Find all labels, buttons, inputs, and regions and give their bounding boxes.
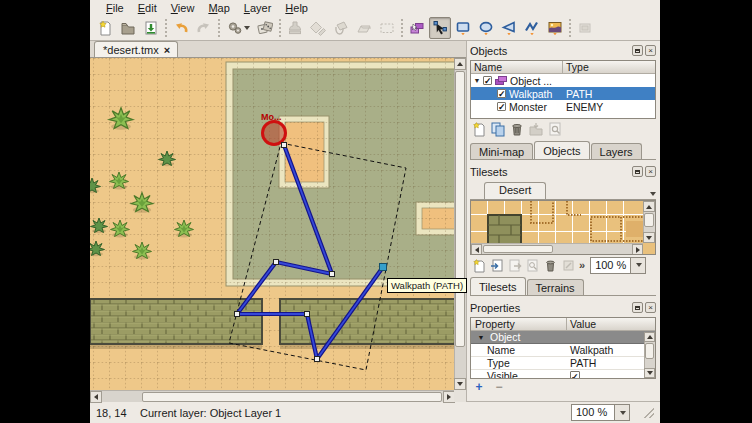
menu-help[interactable]: Help <box>279 1 314 15</box>
visible-checkbox[interactable]: ✓ <box>570 371 580 379</box>
menu-file[interactable]: File <box>100 1 130 15</box>
scroll-up-button[interactable] <box>454 58 466 70</box>
undo-icon[interactable] <box>170 17 192 39</box>
column-name[interactable]: Name <box>471 61 563 73</box>
scroll-up-button[interactable] <box>643 201 655 212</box>
select-objects-icon[interactable] <box>406 17 428 39</box>
rectangular-select-icon[interactable] <box>376 17 398 39</box>
tileset-vscrollbar[interactable] <box>643 201 655 243</box>
tab-tilesets[interactable]: Tilesets <box>470 277 526 295</box>
scroll-down-button[interactable] <box>643 232 655 243</box>
remove-tileset-icon[interactable] <box>543 258 558 273</box>
tileset-properties-icon[interactable] <box>525 258 540 273</box>
remove-property-button[interactable]: − <box>491 381 507 394</box>
tileset-list-dropdown-icon[interactable] <box>650 192 656 196</box>
properties-header[interactable]: Property Value <box>471 318 655 331</box>
add-property-button[interactable]: + <box>471 381 487 394</box>
panel-float-icon[interactable] <box>632 166 643 177</box>
properties-vscrollbar[interactable] <box>644 332 655 378</box>
tab-close-icon[interactable]: × <box>164 44 170 56</box>
visibility-checkbox[interactable]: ✓ <box>497 89 506 98</box>
add-object-layer-icon[interactable] <box>471 121 487 137</box>
eraser-icon[interactable] <box>353 17 375 39</box>
menu-edit[interactable]: Edit <box>132 1 163 15</box>
scroll-left-button[interactable] <box>471 244 482 255</box>
insert-tile-object-icon[interactable] <box>544 17 566 39</box>
property-group-object[interactable]: ▼ Object <box>471 331 655 344</box>
new-file-icon[interactable] <box>94 17 116 39</box>
panel-float-icon[interactable] <box>632 302 643 313</box>
map-zoom-dropdown[interactable] <box>615 404 630 421</box>
expander-icon[interactable]: ▼ <box>471 77 483 84</box>
scroll-left-button[interactable] <box>90 391 102 403</box>
property-row-visible[interactable]: Visible ✓ <box>471 370 655 379</box>
map-zoom-combo[interactable]: 100 % <box>571 404 630 421</box>
insert-polyline-icon[interactable] <box>521 17 543 39</box>
property-value[interactable]: PATH <box>567 357 655 369</box>
scroll-right-button[interactable] <box>632 244 643 255</box>
walkpath-row[interactable]: ✓ Walkpath PATH <box>471 87 655 100</box>
menu-layer[interactable]: Layer <box>238 1 278 15</box>
map-hscrollbar[interactable] <box>90 390 455 402</box>
property-value[interactable]: Walkpath <box>567 344 655 356</box>
visibility-checkbox[interactable]: ✓ <box>497 102 506 111</box>
insert-rectangle-icon[interactable] <box>452 17 474 39</box>
tab-layers[interactable]: Layers <box>591 143 642 159</box>
tab-terrains[interactable]: Terrains <box>527 279 584 295</box>
tab-desert-tmx[interactable]: *desert.tmx × <box>94 41 178 57</box>
map-canvas[interactable]: Mo... <box>90 58 455 390</box>
export-tileset-icon[interactable] <box>507 258 522 273</box>
scroll-down-button[interactable] <box>644 368 655 378</box>
tileset-zoom-combo[interactable]: 100 % <box>590 257 646 274</box>
vscroll-thumb[interactable] <box>455 71 465 347</box>
panel-close-icon[interactable]: × <box>645 45 656 56</box>
visibility-checkbox[interactable]: ✓ <box>483 76 492 85</box>
import-tileset-icon[interactable] <box>489 258 504 273</box>
object-properties-icon[interactable] <box>547 121 563 137</box>
terrain-brush-icon[interactable] <box>307 17 329 39</box>
column-type[interactable]: Type <box>563 61 655 73</box>
insert-polygon-icon[interactable] <box>498 17 520 39</box>
duplicate-objects-icon[interactable] <box>490 121 506 137</box>
random-mode-icon[interactable] <box>223 17 253 39</box>
tab-objects[interactable]: Objects <box>534 141 589 159</box>
menu-view[interactable]: View <box>165 1 201 15</box>
move-objects-to-layer-icon[interactable] <box>528 121 544 137</box>
panel-float-icon[interactable] <box>632 45 643 56</box>
open-file-icon[interactable] <box>117 17 139 39</box>
tileset-zoom-value[interactable]: 100 % <box>590 257 631 274</box>
scroll-up-button[interactable] <box>644 332 655 342</box>
dice-icon[interactable] <box>254 17 276 39</box>
toolbar-overflow-chevron[interactable]: » <box>579 259 585 271</box>
map-vscrollbar[interactable] <box>454 58 466 390</box>
remove-object-icon[interactable] <box>509 121 525 137</box>
panel-close-icon[interactable]: × <box>645 302 656 313</box>
monster-row[interactable]: ✓ Monster ENEMY <box>471 100 655 113</box>
insert-ellipse-icon[interactable] <box>475 17 497 39</box>
vscroll-thumb[interactable] <box>644 213 654 227</box>
window-resize-grip[interactable] <box>644 408 654 418</box>
tileset-hscrollbar[interactable] <box>471 243 643 254</box>
map-zoom-value[interactable]: 100 % <box>571 404 615 421</box>
redo-icon[interactable] <box>193 17 215 39</box>
column-property[interactable]: Property <box>471 318 567 330</box>
tab-desert-tileset[interactable]: Desert <box>484 182 546 199</box>
column-value[interactable]: Value <box>567 318 655 330</box>
menu-map[interactable]: Map <box>202 1 235 15</box>
bucket-fill-icon[interactable] <box>330 17 352 39</box>
edit-terrain-icon[interactable] <box>561 258 576 273</box>
vscroll-thumb[interactable] <box>645 343 654 359</box>
tileset-view[interactable] <box>470 200 656 255</box>
hscroll-thumb[interactable] <box>142 392 442 402</box>
edit-polygons-icon[interactable] <box>429 17 451 39</box>
property-row-type[interactable]: Type PATH <box>471 357 655 370</box>
selected-handle[interactable] <box>380 264 387 271</box>
tab-minimap[interactable]: Mini-map <box>470 143 533 159</box>
new-tileset-icon[interactable] <box>471 258 486 273</box>
tileset-zoom-dropdown[interactable] <box>631 257 646 274</box>
objects-tree-header[interactable]: Name Type <box>471 61 655 74</box>
scroll-down-button[interactable] <box>454 378 466 390</box>
save-file-icon[interactable] <box>140 17 162 39</box>
property-row-name[interactable]: Name Walkpath <box>471 344 655 357</box>
misc-disabled-icon[interactable] <box>574 17 596 39</box>
